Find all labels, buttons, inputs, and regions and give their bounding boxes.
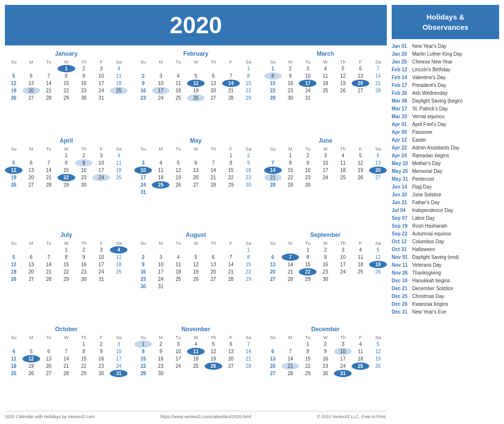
- calendar-day: 27: [187, 181, 205, 189]
- holiday-name: Father's Day: [412, 199, 440, 206]
- day-header: Su: [5, 334, 22, 340]
- calendar-day: 15: [240, 80, 257, 87]
- list-item: Apr 12Easter: [392, 137, 499, 144]
- calendar-day: 10: [169, 348, 187, 355]
- calendar-day: [134, 152, 152, 159]
- month-title: December: [264, 326, 387, 333]
- calendar-day: 23: [92, 362, 110, 370]
- calendar-day: 10: [92, 159, 110, 167]
- calendar-day: 5: [352, 152, 369, 159]
- calendar-day: [152, 65, 169, 72]
- holiday-date: Jun 14: [392, 184, 409, 191]
- calendar-day: 2: [134, 72, 152, 80]
- holiday-date: Jun 21: [392, 199, 409, 206]
- calendar-day: [40, 246, 58, 254]
- calendar-day: [369, 94, 387, 102]
- calendar-day: 31: [152, 283, 169, 290]
- calendar-day: 11: [169, 261, 187, 268]
- day-header: Sa: [240, 334, 257, 340]
- day-header: Th: [205, 59, 222, 65]
- calendar-day: 30: [316, 370, 334, 377]
- holiday-name: Passover: [412, 129, 433, 136]
- calendar-day: 12: [187, 261, 205, 268]
- calendar-day: 26: [169, 181, 187, 189]
- calendar-day: [222, 370, 240, 377]
- calendar-day: 21: [40, 268, 58, 276]
- calendar-day: 17: [110, 355, 127, 362]
- calendar-day: 18: [110, 80, 127, 87]
- calendar-day: 20: [205, 87, 222, 94]
- calendar-day: 9: [75, 72, 93, 80]
- calendar-day: 6: [22, 254, 40, 261]
- day-header: Sa: [369, 146, 387, 152]
- holiday-date: May 10: [392, 160, 409, 167]
- list-item: Jun 20June Solstice: [392, 191, 499, 198]
- calendar-day: 2: [75, 152, 93, 159]
- calendar-day: 29: [75, 370, 93, 377]
- calendar-day: 29: [240, 94, 257, 102]
- calendar-day: 31: [299, 94, 316, 102]
- calendar-day: 6: [222, 340, 240, 348]
- holiday-date: Jan 25: [392, 59, 409, 65]
- calendar-day: 12: [205, 348, 222, 355]
- day-header: Su: [5, 146, 22, 152]
- calendar-day: 22: [240, 87, 257, 94]
- calendar-day: 8: [75, 348, 93, 355]
- calendar-day: 2: [240, 152, 257, 159]
- calendar-day: 22: [222, 174, 240, 181]
- calendar-day: 11: [110, 159, 127, 167]
- calendar-day: 8: [282, 159, 299, 167]
- day-header: W: [187, 59, 205, 65]
- calendar-day: 17: [134, 174, 152, 181]
- calendar-day: 23: [282, 87, 299, 94]
- month-table: SuMTuWThFSa12345678910111213141516171819…: [5, 146, 127, 189]
- calendar-day: 18: [152, 174, 169, 181]
- day-header: F: [222, 59, 240, 65]
- day-header: M: [22, 146, 40, 152]
- calendar-day: 16: [92, 355, 110, 362]
- month-table: SuMTuWThFSa12345678910111213141516171819…: [5, 334, 127, 377]
- calendar-day: 29: [264, 94, 282, 102]
- holiday-date: Nov 11: [392, 262, 409, 269]
- calendar-day: [240, 370, 257, 377]
- calendar-day: 7: [40, 72, 58, 80]
- holiday-name: Ramadan begins: [412, 152, 449, 159]
- calendar-day: [169, 246, 187, 254]
- calendar-day: [187, 152, 205, 159]
- holiday-name: Veterans Day: [412, 262, 441, 269]
- calendar-day: 18: [316, 80, 334, 87]
- month-november: NovemberSuMTuWThFSa123456789101112131415…: [134, 326, 257, 407]
- holiday-date: Apr 24: [392, 152, 409, 159]
- calendar-day: 7: [369, 65, 387, 72]
- calendar-day: 1: [240, 65, 257, 72]
- calendar-day: 10: [316, 159, 334, 167]
- calendar-day: 13: [22, 261, 40, 268]
- calendar-day: 18: [352, 261, 369, 268]
- calendar-day: [222, 189, 240, 196]
- month-march: MarchSuMTuWThFSa123456789101112131415161…: [264, 50, 387, 131]
- calendar-day: 19: [22, 362, 40, 370]
- day-header: W: [316, 59, 334, 65]
- month-title: June: [264, 137, 387, 144]
- calendar-day: [316, 94, 334, 102]
- holiday-name: Kwanzaa begins: [412, 301, 448, 308]
- holiday-name: Daylight Saving (begin): [412, 98, 462, 105]
- calendar-day: 4: [110, 152, 127, 159]
- day-header: Sa: [110, 146, 127, 152]
- calendar-day: [352, 276, 369, 283]
- calendar-day: 21: [369, 80, 387, 87]
- calendar-day: 21: [40, 174, 58, 181]
- day-header: Tu: [169, 240, 187, 246]
- calendar-day: 28: [264, 181, 282, 189]
- holiday-date: Dec 26: [392, 301, 409, 308]
- calendar-day: [352, 94, 369, 102]
- calendar-day: 21: [205, 174, 222, 181]
- calendar-day: 13: [205, 80, 222, 87]
- day-header: W: [316, 146, 334, 152]
- calendar-day: 29: [299, 276, 316, 283]
- calendar-day: [205, 246, 222, 254]
- month-title: May: [134, 137, 257, 144]
- calendar-day: [5, 65, 22, 72]
- calendar-day: [169, 152, 187, 159]
- calendar-day: 15: [240, 261, 257, 268]
